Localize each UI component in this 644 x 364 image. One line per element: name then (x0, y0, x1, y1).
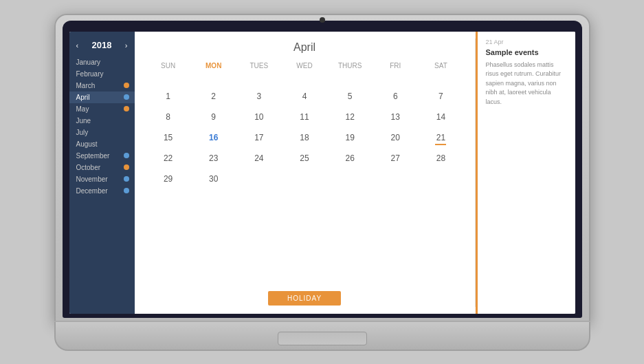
day-cell-28[interactable]: 28 (418, 149, 463, 167)
day-headers-row: SUNMONTUESWEDTHURSFRISAT (146, 59, 464, 72)
day-header-thurs: THURS (327, 59, 373, 72)
event-description: Phasellus sodales mattis risus eget rutr… (486, 61, 567, 107)
blue-dot-icon (124, 188, 129, 193)
sidebar-item-march[interactable]: March (69, 80, 135, 92)
day-cell-8[interactable]: 8 (146, 108, 191, 126)
blue-dot-icon (124, 94, 129, 100)
laptop-container: ‹ 2018 › JanuaryFebruaryMarchAprilMayJun… (54, 14, 590, 351)
laptop-screen: ‹ 2018 › JanuaryFebruaryMarchAprilMayJun… (69, 32, 575, 314)
day-cell-10[interactable]: 10 (236, 108, 282, 126)
day-cell-29[interactable]: 29 (146, 170, 191, 188)
orange-dot-icon (124, 106, 129, 111)
day-cell-21[interactable]: 21 (418, 129, 463, 147)
day-cell-7[interactable]: 7 (418, 87, 463, 105)
day-cell-empty (236, 170, 282, 188)
day-cell-22[interactable]: 22 (146, 149, 191, 167)
day-cell-26[interactable]: 26 (327, 149, 373, 167)
sidebar-item-february[interactable]: February (69, 68, 135, 80)
day-header-wed: WED (282, 59, 327, 72)
laptop-base (54, 322, 590, 351)
sidebar-item-january[interactable]: January (69, 56, 135, 68)
sidebar-item-april[interactable]: April (69, 92, 135, 103)
sidebar-item-september[interactable]: September (69, 150, 135, 162)
day-cell-30[interactable]: 30 (191, 170, 236, 188)
day-header-fri: FRI (373, 59, 418, 72)
screen-bezel: ‹ 2018 › JanuaryFebruaryMarchAprilMayJun… (63, 21, 582, 318)
sidebar-item-june[interactable]: June (69, 115, 135, 127)
camera-icon (320, 17, 325, 23)
day-cell-empty (236, 76, 282, 85)
sidebar-item-july[interactable]: July (69, 127, 135, 138)
calendar-main: April SUNMONTUESWEDTHURSFRISAT 123456789… (135, 32, 475, 314)
year-display: 2018 (92, 40, 112, 50)
calendar-grid: SUNMONTUESWEDTHURSFRISAT 123456789101112… (135, 59, 475, 286)
orange-dot-icon (124, 83, 129, 88)
year-nav: ‹ 2018 › (69, 37, 135, 56)
event-date: 21 Apr (486, 39, 567, 45)
sidebar: ‹ 2018 › JanuaryFebruaryMarchAprilMayJun… (69, 32, 135, 314)
calendar-month-title: April (135, 32, 475, 59)
day-cell-empty (418, 76, 463, 85)
trackpad[interactable] (278, 332, 367, 345)
day-cell-1[interactable]: 1 (146, 87, 191, 105)
day-cell-empty (327, 76, 373, 85)
day-cell-17[interactable]: 17 (236, 129, 282, 147)
orange-dot-icon (124, 164, 129, 170)
day-cell-20[interactable]: 20 (373, 129, 418, 147)
day-cell-24[interactable]: 24 (236, 149, 282, 167)
sidebar-item-october[interactable]: October (69, 162, 135, 173)
day-cell-16[interactable]: 16 (191, 129, 236, 147)
blue-dot-icon (124, 153, 129, 158)
day-cell-empty (146, 76, 191, 85)
day-cell-18[interactable]: 18 (282, 129, 327, 147)
laptop-lid: ‹ 2018 › JanuaryFebruaryMarchAprilMayJun… (54, 14, 590, 323)
day-header-tues: TUES (236, 59, 282, 72)
day-header-sat: SAT (418, 59, 463, 72)
day-cell-empty (327, 170, 373, 188)
day-cell-empty (191, 76, 236, 85)
sidebar-item-august[interactable]: August (69, 138, 135, 150)
next-year-button[interactable]: › (124, 40, 129, 51)
sidebar-item-may[interactable]: May (69, 103, 135, 115)
day-header-mon: MON (191, 59, 236, 72)
day-cell-empty (373, 76, 418, 85)
calendar-app: ‹ 2018 › JanuaryFebruaryMarchAprilMayJun… (69, 32, 575, 314)
event-title: Sample events (486, 48, 567, 56)
day-cell-19[interactable]: 19 (327, 129, 373, 147)
day-cell-empty (418, 170, 463, 188)
calendar-footer: HOLIDAY (135, 286, 475, 314)
days-grid: 1234567891011121314151617181920212223242… (146, 76, 464, 188)
day-cell-11[interactable]: 11 (282, 108, 327, 126)
sidebar-item-november[interactable]: November (69, 173, 135, 185)
holiday-button[interactable]: HOLIDAY (268, 291, 341, 306)
day-cell-23[interactable]: 23 (191, 149, 236, 167)
day-cell-6[interactable]: 6 (373, 87, 418, 105)
day-cell-5[interactable]: 5 (327, 87, 373, 105)
day-cell-2[interactable]: 2 (191, 87, 236, 105)
day-cell-empty (282, 76, 327, 85)
day-cell-27[interactable]: 27 (373, 149, 418, 167)
day-cell-13[interactable]: 13 (373, 108, 418, 126)
day-cell-12[interactable]: 12 (327, 108, 373, 126)
day-cell-14[interactable]: 14 (418, 108, 463, 126)
day-cell-9[interactable]: 9 (191, 108, 236, 126)
day-cell-15[interactable]: 15 (146, 129, 191, 147)
day-header-sun: SUN (146, 59, 191, 72)
blue-dot-icon (124, 176, 129, 182)
day-cell-3[interactable]: 3 (236, 87, 282, 105)
day-cell-4[interactable]: 4 (282, 87, 327, 105)
sidebar-item-december[interactable]: December (69, 185, 135, 197)
day-cell-empty (373, 170, 418, 188)
event-panel: 21 Apr Sample events Phasellus sodales m… (476, 32, 575, 314)
sidebar-months-list: JanuaryFebruaryMarchAprilMayJuneJulyAugu… (69, 56, 135, 197)
day-cell-25[interactable]: 25 (282, 149, 327, 167)
prev-year-button[interactable]: ‹ (75, 40, 80, 51)
day-cell-empty (282, 170, 327, 188)
